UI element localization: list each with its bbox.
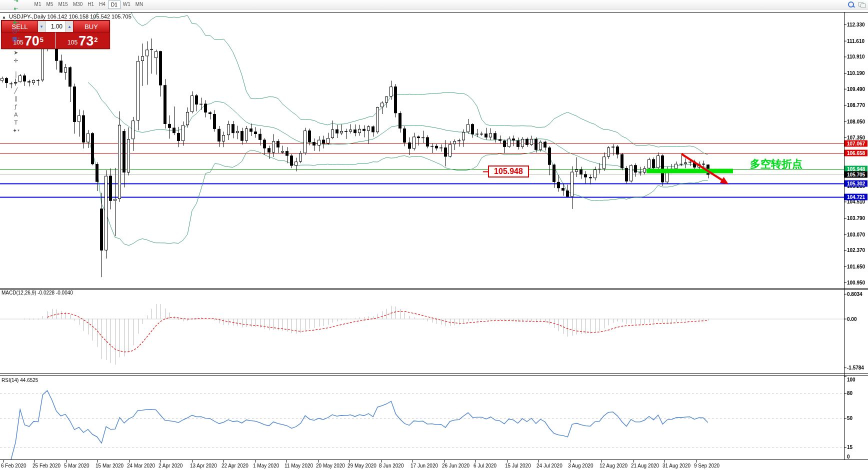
price-badge: 105.302: [844, 180, 868, 187]
price-tick: 112.330: [847, 22, 865, 28]
timeframe-mn[interactable]: MN: [133, 0, 146, 8]
date-label: 9 Sep 2020: [694, 463, 720, 468]
timeframe-h4[interactable]: H4: [96, 0, 108, 8]
volume-increase-button[interactable]: ▲: [66, 21, 73, 32]
trendline-icon: ╱: [14, 88, 18, 94]
buy-button[interactable]: BUY: [73, 20, 110, 32]
buy-price[interactable]: 105 73 2: [56, 32, 110, 48]
price-badge: 106.658: [844, 150, 868, 156]
indicators-button[interactable]: ✚▾: [0, 18, 32, 26]
date-label: 17 Jun 2020: [410, 463, 438, 468]
text-icon: A: [14, 112, 18, 118]
chart-shift-button[interactable]: ⇤: [0, 4, 32, 12]
horizontal-line-icon: ─: [14, 80, 18, 86]
timeframe-m30[interactable]: M30: [70, 0, 85, 8]
date-label: 6 Jul 2020: [474, 463, 496, 468]
date-label: 12 Aug 2020: [600, 463, 628, 468]
chat-icon[interactable]: [858, 2, 865, 7]
timeframe-m15[interactable]: M15: [56, 0, 70, 8]
buy-price-point: 2: [94, 36, 98, 43]
timeframe-w1[interactable]: W1: [120, 0, 133, 8]
date-label: 1 May 2020: [253, 463, 279, 468]
date-label: 26 Jun 2020: [442, 463, 470, 468]
text-label-icon: T: [14, 120, 18, 126]
price-badge: 105.705: [844, 172, 868, 178]
chevron-down-icon: ▾: [18, 28, 20, 32]
templates-button[interactable]: ▦▾: [0, 34, 32, 42]
price-tick: 110.190: [847, 70, 865, 76]
timeframe-d1[interactable]: D1: [108, 0, 120, 9]
date-label: 20 May 2020: [316, 463, 345, 468]
trendline-button[interactable]: ╱: [0, 86, 32, 94]
macd-tick: 0.00: [847, 316, 856, 322]
buy-price-pips: 73: [78, 34, 94, 48]
cursor-icon: ➤: [14, 50, 18, 56]
date-label: 8 Jun 2020: [379, 463, 404, 468]
price-tick: 103.790: [847, 215, 865, 220]
date-label: 25 Feb 2020: [32, 463, 60, 468]
sell-price-point: 5: [40, 36, 44, 43]
date-label: 21 Aug 2020: [631, 463, 659, 468]
date-label: 11 May 2020: [284, 463, 313, 468]
price-tick: 103.070: [847, 232, 865, 237]
date-label: 15 Jul 2020: [505, 463, 531, 468]
date-label: 22 Apr 2020: [222, 463, 248, 468]
volume-decrease-button[interactable]: ▼: [38, 21, 45, 32]
price-badge: 104.721: [844, 194, 868, 200]
timeframe-m5[interactable]: M5: [44, 0, 56, 8]
rsi-tick: 100: [847, 377, 856, 382]
date-label: 24 Jul 2020: [536, 463, 562, 468]
rsi-tick: 0: [847, 454, 850, 460]
macd-tick: -1.5784: [847, 365, 864, 370]
equidistant-channel-icon: ∥: [14, 96, 18, 102]
price-label-object[interactable]: 105.948: [488, 166, 529, 178]
date-label: 2 Apr 2020: [158, 463, 182, 468]
timeframe-m1[interactable]: M1: [32, 0, 44, 8]
price-tick: 102.370: [847, 248, 865, 253]
chevron-down-icon: ▾: [18, 36, 20, 40]
date-label: 13 Apr 2020: [190, 463, 217, 468]
auto-scroll-icon: ⇥: [14, 0, 18, 4]
date-label: 5 Mar 2020: [64, 463, 90, 468]
rsi-tick: 80: [847, 390, 852, 396]
chart-canvas[interactable]: [0, 0, 868, 470]
rsi-tick: 50: [847, 416, 852, 421]
price-badge: 107.067: [844, 140, 868, 147]
search-icon[interactable]: [848, 2, 854, 8]
crosshair-button[interactable]: ✛: [0, 56, 32, 64]
cursor-button[interactable]: ➤: [0, 48, 32, 56]
toolbar-buttons: ▤⊞✚新订单◆▣◉●自动交易║◫∿⊕⊖⊞⇥⇤✚▾◷▾▦▾➤✛│─╱∥ƒAT✦▾: [0, 0, 32, 140]
equidistant-channel-button[interactable]: ∥: [0, 94, 32, 102]
text-annotation[interactable]: 多空转折点: [750, 157, 802, 171]
periods-button[interactable]: ◷▾: [0, 26, 32, 34]
periods-icon: ◷: [12, 28, 18, 34]
indicators-icon: ✚: [12, 20, 17, 26]
horizontal-line-button[interactable]: ─: [0, 78, 32, 86]
text-button[interactable]: A: [0, 110, 32, 118]
date-label: 3 Aug 2020: [568, 463, 594, 468]
date-label: 31 Aug 2020: [662, 463, 690, 468]
auto-scroll-button[interactable]: ⇥: [0, 0, 32, 4]
volume-stepper: ▼ 1.00 ▲: [38, 20, 73, 32]
macd-label: MACD(12,26,9) -0.0228 -0.0040: [2, 290, 73, 296]
chevron-down-icon: ▾: [18, 20, 20, 24]
timeframe-h1[interactable]: H1: [85, 0, 96, 8]
price-tick: 108.050: [847, 118, 865, 124]
price-tick: 107.350: [847, 134, 865, 140]
date-label: 24 Mar 2020: [127, 463, 155, 468]
arrows-icon: ✦: [12, 128, 17, 134]
volume-input[interactable]: 1.00: [45, 21, 66, 32]
toolbar: ▤⊞✚新订单◆▣◉●自动交易║◫∿⊕⊖⊞⇥⇤✚▾◷▾▦▾➤✛│─╱∥ƒAT✦▾ …: [0, 0, 868, 10]
vertical-line-button[interactable]: │: [0, 70, 32, 78]
chevron-down-icon: ▾: [18, 128, 20, 132]
chart-shift-icon: ⇤: [14, 6, 18, 12]
price-tick: 111.610: [847, 38, 864, 44]
date-label: 15 Mar 2020: [96, 463, 124, 468]
text-label-button[interactable]: T: [0, 118, 32, 126]
crosshair-icon: ✛: [14, 58, 18, 64]
price-tick: 110.910: [847, 54, 865, 60]
arrows-button[interactable]: ✦▾: [0, 126, 32, 134]
fibonacci-button[interactable]: ƒ: [0, 102, 32, 110]
price-tick: 100.950: [847, 280, 865, 285]
vertical-line-icon: │: [14, 72, 18, 78]
